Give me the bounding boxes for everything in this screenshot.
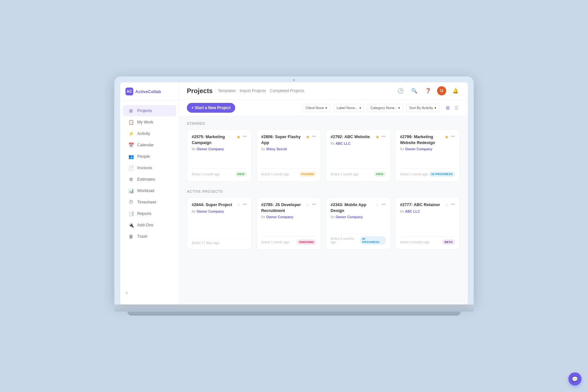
clock-icon[interactable]: 🕐 <box>396 86 405 95</box>
active-section-label: Active Projects <box>187 189 460 193</box>
sidebar-item-my-work[interactable]: 📋 My Work <box>123 117 176 128</box>
sidebar-item-timesheet[interactable]: ⏱ Timesheet <box>123 197 176 208</box>
search-icon[interactable]: 🔍 <box>410 86 419 95</box>
star-icon[interactable]: ★ <box>237 134 241 139</box>
starred-projects-grid: #2575: Marketing Campaign ★ ••• for Owne… <box>187 129 460 182</box>
sidebar-item-reports-label: Reports <box>137 211 152 216</box>
sidebar-item-people[interactable]: 👥 People <box>123 151 176 162</box>
project-card-2785[interactable]: #2785: JS Developer Recruitment ☆ ••• fo… <box>256 197 321 250</box>
new-project-button[interactable]: + Start a New Project <box>187 103 235 113</box>
chat-bubble-button[interactable]: 💬 <box>568 372 581 385</box>
star-icon[interactable]: ☆ <box>445 202 449 207</box>
client-filter-arrow: ▾ <box>325 106 327 110</box>
card-activity: Active 4 months ago <box>400 240 430 244</box>
card-footer: Active 1 month ago ONGOING <box>261 237 317 245</box>
card-menu-icon[interactable]: ••• <box>312 202 316 207</box>
active-projects-grid: #2644: Super Project ☆ ••• for Owner Com… <box>187 197 460 250</box>
card-menu-icon[interactable]: ••• <box>451 134 455 139</box>
star-icon[interactable]: ☆ <box>375 202 380 207</box>
label-filter-arrow: ▾ <box>359 106 361 110</box>
card-menu-icon[interactable]: ••• <box>243 134 247 139</box>
project-card-2792[interactable]: #2792: ABC Website ★ ••• for ABC LLC Act… <box>326 129 391 182</box>
people-icon: 👥 <box>128 154 134 159</box>
card-header: #2799: Marketing Website Redesign ★ ••• <box>400 134 455 146</box>
top-header: Projects Templates Import Projects Compl… <box>179 82 468 100</box>
card-activity: Active 1 month ago <box>261 240 289 244</box>
invoices-icon: 📄 <box>128 165 134 171</box>
category-filter[interactable]: Category None - ▾ <box>368 104 403 112</box>
list-view-button[interactable]: ☰ <box>453 104 460 112</box>
page-nav: Templates Import Projects Completed Proj… <box>218 89 304 93</box>
card-footer: Active 1 month ago PAUSED <box>261 169 317 177</box>
sidebar-item-projects-label: Projects <box>137 108 152 113</box>
sidebar-collapse-button[interactable]: « <box>120 286 179 299</box>
sidebar-item-my-work-label: My Work <box>137 120 153 124</box>
sort-filter[interactable]: Sort By Activity ▾ <box>406 104 439 112</box>
avatar[interactable]: U <box>437 86 446 95</box>
project-card-2644[interactable]: #2644: Super Project ☆ ••• for Owner Com… <box>187 197 252 250</box>
sidebar: AC ActiveCollab ⊞ Projects 📋 My Work <box>120 82 179 304</box>
sidebar-item-workload[interactable]: 📊 Workload <box>123 185 176 196</box>
card-menu-icon[interactable]: ••• <box>382 134 386 139</box>
star-icon[interactable]: ★ <box>375 134 380 139</box>
view-toggle: ⊞ ☰ <box>445 104 460 112</box>
sidebar-item-activity[interactable]: ⚡ Activity <box>123 128 176 139</box>
sort-filter-label: Sort By Activity <box>409 106 433 110</box>
sidebar-item-trash[interactable]: 🗑 Trash <box>123 231 176 242</box>
project-card-2343[interactable]: #2343: Mobile App Design ☆ ••• for Owner… <box>326 197 391 250</box>
logo: AC ActiveCollab <box>120 88 179 101</box>
card-menu-icon[interactable]: ••• <box>243 202 247 207</box>
starred-section-label: Starred <box>187 122 460 125</box>
status-badge: PAUSED <box>299 172 316 177</box>
star-icon[interactable]: ★ <box>306 134 310 139</box>
nav-import-projects[interactable]: Import Projects <box>240 89 266 93</box>
project-card-2777[interactable]: #2777: ABC Retainer ☆ ••• for ABC LLC Ac… <box>395 197 460 250</box>
my-work-icon: 📋 <box>128 119 134 125</box>
sidebar-item-add-ons-label: Add-Ons <box>137 223 153 227</box>
nav-templates[interactable]: Templates <box>218 89 236 93</box>
sidebar-item-projects[interactable]: ⊞ Projects <box>123 105 176 116</box>
sidebar-item-workload-label: Workload <box>137 188 155 193</box>
logo-icon: AC <box>125 88 133 95</box>
client-filter[interactable]: Client None ▾ <box>302 104 330 112</box>
help-icon[interactable]: ❓ <box>423 86 433 95</box>
card-header: #2343: Mobile App Design ☆ ••• <box>331 202 386 214</box>
card-menu-icon[interactable]: ••• <box>312 134 316 139</box>
project-card-2799[interactable]: #2799: Marketing Website Redesign ★ ••• … <box>395 129 460 182</box>
card-client: for Owner Company <box>192 147 247 151</box>
sidebar-item-calendar[interactable]: 📅 Calendar <box>123 139 176 151</box>
card-client: for Owner Company <box>400 147 455 151</box>
project-card-2806[interactable]: #2806: Super Flashy App ★ ••• for Shiny … <box>256 129 321 182</box>
project-card-2575[interactable]: #2575: Marketing Campaign ★ ••• for Owne… <box>187 129 252 182</box>
sidebar-item-estimates[interactable]: ⚙ Estimates <box>123 174 176 185</box>
grid-view-button[interactable]: ⊞ <box>445 104 451 112</box>
nav-completed-projects[interactable]: Completed Projects <box>270 89 304 93</box>
card-footer: Active 2 months ago IN PROGRESS <box>331 233 386 245</box>
card-header: #2575: Marketing Campaign ★ ••• <box>192 134 247 146</box>
card-client: for Shiny Secret <box>261 147 317 151</box>
label-filter[interactable]: Label None... ▾ <box>334 104 364 112</box>
card-menu-icon[interactable]: ••• <box>451 202 455 207</box>
status-badge: NEW <box>235 172 247 177</box>
bell-icon[interactable]: 🔔 <box>451 86 460 95</box>
sidebar-item-people-label: People <box>137 154 150 159</box>
projects-toolbar: + Start a New Project Client None ▾ Labe… <box>179 100 468 116</box>
add-ons-icon: 🔌 <box>128 222 134 228</box>
client-filter-label: Client None <box>305 106 324 110</box>
status-badge: IN PROGRESS <box>429 172 455 177</box>
sidebar-item-reports[interactable]: 📑 Reports <box>123 208 176 219</box>
activity-icon: ⚡ <box>128 131 134 137</box>
sidebar-item-invoices[interactable]: 📄 Invoices <box>123 162 176 173</box>
star-icon[interactable]: ☆ <box>237 202 241 207</box>
status-badge: ONGOING <box>297 239 316 245</box>
star-icon[interactable]: ☆ <box>306 202 310 207</box>
card-menu-icon[interactable]: ••• <box>382 202 386 207</box>
laptop-foot <box>127 312 461 316</box>
card-activity: Active 1 month ago <box>400 172 428 176</box>
sidebar-item-add-ons[interactable]: 🔌 Add-Ons <box>123 220 176 231</box>
card-title: #2785: JS Developer Recruitment <box>261 202 306 214</box>
card-header: #2806: Super Flashy App ★ ••• <box>261 134 317 146</box>
card-title: #2575: Marketing Campaign <box>192 134 237 146</box>
main-content: Projects Templates Import Projects Compl… <box>179 82 468 304</box>
star-icon[interactable]: ★ <box>445 134 449 139</box>
